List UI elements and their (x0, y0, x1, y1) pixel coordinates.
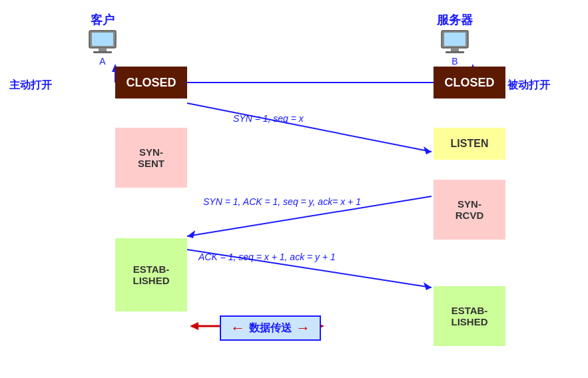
syn-rcvd-state: SYN- RCVD (434, 180, 505, 240)
server-sublabel: B (451, 56, 457, 67)
client-action-label: 主动打开 (9, 79, 52, 93)
server-action-label: 被动打开 (507, 79, 550, 93)
arrow2-label: SYN = 1, ACK = 1, seq = y, ack= x + 1 (203, 196, 361, 207)
data-transfer-box: ← 数据传送 → (220, 315, 321, 341)
svg-rect-22 (445, 51, 464, 53)
svg-rect-17 (99, 48, 107, 51)
client-computer: 客户 A (87, 12, 119, 69)
left-arrow-icon: ← (230, 319, 245, 337)
arrow3-label: ACK = 1, seq = x + 1, ack = y + 1 (198, 252, 336, 262)
svg-line-5 (187, 103, 432, 152)
syn-sent-state: SYN- SENT (115, 128, 187, 188)
server-computer-icon (439, 29, 471, 56)
server-label: 服务器 (437, 12, 473, 28)
server-closed-state: CLOSED (434, 67, 505, 98)
svg-marker-6 (424, 146, 432, 154)
svg-marker-12 (190, 322, 198, 330)
listen-state: LISTEN (434, 128, 505, 160)
svg-rect-16 (92, 33, 113, 46)
client-computer-icon (87, 29, 119, 56)
right-arrow-icon: → (296, 319, 310, 337)
svg-rect-18 (93, 51, 112, 53)
client-sublabel: A (99, 56, 105, 67)
diagram-container: 客户 A 服务器 B CLOSED CLOSED 主动打开 被动打开 LISTE… (0, 0, 588, 378)
svg-marker-10 (424, 282, 432, 290)
data-transfer-label: 数据传送 (249, 321, 292, 335)
estab-server-state: ESTAB- LISHED (434, 286, 505, 346)
arrow1-label: SYN = 1, seq = x (233, 113, 304, 124)
client-closed-state: CLOSED (115, 67, 187, 98)
svg-rect-20 (444, 33, 465, 46)
svg-marker-8 (187, 230, 195, 238)
server-computer: 服务器 B (437, 12, 473, 69)
estab-client-state: ESTAB- LISHED (115, 238, 187, 311)
client-label: 客户 (91, 12, 115, 28)
svg-rect-21 (451, 48, 459, 51)
